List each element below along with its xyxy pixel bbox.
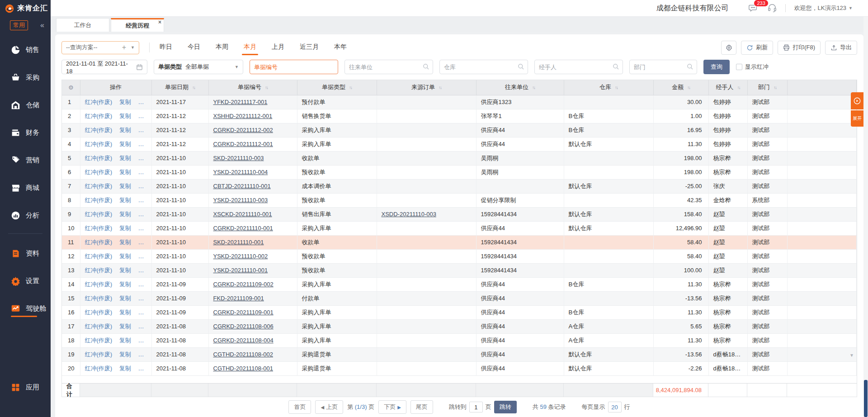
copy-link[interactable]: 复制 <box>119 365 131 372</box>
copy-link[interactable]: 复制 <box>119 169 131 175</box>
copy-link[interactable]: 复制 <box>119 211 131 218</box>
refresh-button[interactable]: 刷新 <box>741 41 773 55</box>
col-doc-type[interactable]: 单据类型↑↓ <box>297 80 377 95</box>
doc-no-link[interactable]: CGRKD-20211109-001 <box>213 309 274 316</box>
doc-no-link[interactable]: YSKD-20211110-004 <box>213 169 268 175</box>
column-settings-button[interactable] <box>721 41 736 55</box>
copy-link[interactable]: 复制 <box>119 323 131 330</box>
table-settings-gear-icon[interactable]: ⚙ <box>62 80 80 95</box>
shortcut-this-year[interactable]: 本年 <box>334 43 347 52</box>
sidebar-item-analysis[interactable]: 分析 <box>0 206 51 225</box>
table-scroll-down-icon[interactable]: ▼ <box>849 353 854 358</box>
next-page-button[interactable]: 下页▶ <box>378 400 406 414</box>
message-icon[interactable]: 233 <box>748 3 758 13</box>
copy-link[interactable]: 复制 <box>119 295 131 302</box>
col-doc-no[interactable]: 单据编号↑↓ <box>208 80 297 95</box>
remark-link[interactable]: 备注 <box>138 197 150 204</box>
reverse-void-link[interactable]: 红冲(作废) <box>85 127 113 133</box>
sort-icon[interactable]: ↑↓ <box>687 85 690 90</box>
print-button[interactable]: 打印(F8) <box>778 41 821 55</box>
copy-link[interactable]: 复制 <box>119 225 131 232</box>
tab-close-icon[interactable]: × <box>158 19 161 25</box>
col-amount[interactable]: 金额↑↓ <box>653 80 708 95</box>
jump-button[interactable]: 跳转 <box>494 401 517 413</box>
doc-no-link[interactable]: YSKD-20211110-003 <box>213 197 268 204</box>
sidebar-item-sales[interactable]: 销售 <box>0 40 51 59</box>
sort-icon[interactable]: ↑↓ <box>439 85 441 90</box>
reverse-void-link[interactable]: 红冲(作废) <box>85 113 113 119</box>
copy-link[interactable]: 复制 <box>119 99 131 105</box>
reverse-void-link[interactable]: 红冲(作废) <box>85 225 113 232</box>
per-page-input[interactable] <box>608 402 622 412</box>
remark-link[interactable]: 备注 <box>138 365 150 372</box>
remark-link[interactable]: 备注 <box>138 267 150 274</box>
last-page-button[interactable]: 尾页 <box>410 400 433 414</box>
sort-icon[interactable]: ↑↓ <box>615 85 618 90</box>
tab-workbench[interactable]: 工作台 <box>56 18 109 32</box>
expand-tab[interactable]: 展开 <box>851 110 863 127</box>
remark-link[interactable]: 备注 <box>138 99 150 105</box>
reverse-void-link[interactable]: 红冲(作废) <box>85 183 113 190</box>
user-menu[interactable]: 欢迎您，LK演示123 ▼ <box>794 4 853 12</box>
copy-link[interactable]: 复制 <box>119 267 131 274</box>
remark-link[interactable]: 备注 <box>138 211 150 218</box>
search-button[interactable]: 查询 <box>703 60 730 74</box>
reverse-void-link[interactable]: 红冲(作废) <box>85 337 113 344</box>
doc-no-link[interactable]: CGTHD-20211108-002 <box>213 351 273 358</box>
doc-no-link[interactable]: CGRKD-20211112-001 <box>213 141 273 147</box>
headset-icon[interactable] <box>767 3 777 13</box>
col-department[interactable]: 部门↑↓ <box>747 80 787 95</box>
handler-input[interactable] <box>534 60 623 74</box>
reverse-void-link[interactable]: 红冲(作废) <box>85 365 113 372</box>
sort-icon[interactable]: ↑↓ <box>349 85 352 90</box>
doc-no-link[interactable]: CGRKD-20211108-006 <box>213 323 274 330</box>
doc-no-link[interactable]: CGRKD-20211110-001 <box>213 225 273 232</box>
reverse-void-link[interactable]: 红冲(作废) <box>85 267 113 274</box>
sort-icon[interactable]: ↑↓ <box>774 85 776 90</box>
sort-icon[interactable]: ↑↓ <box>192 85 195 90</box>
remark-link[interactable]: 备注 <box>138 337 150 344</box>
sidebar-item-settings[interactable]: 设置 <box>0 271 51 290</box>
jump-page-input[interactable] <box>469 402 483 412</box>
sidebar-item-apps[interactable]: 应用 <box>0 378 51 397</box>
remark-link[interactable]: 备注 <box>138 225 150 232</box>
doc-no-link[interactable]: CGRKD-20211112-002 <box>213 127 273 133</box>
remark-link[interactable]: 备注 <box>138 183 150 190</box>
remark-link[interactable]: 备注 <box>138 141 150 147</box>
doc-no-input[interactable] <box>250 60 338 74</box>
reverse-void-link[interactable]: 红冲(作废) <box>85 281 113 288</box>
page-scrollbar[interactable] <box>863 17 868 417</box>
col-handler[interactable]: 经手人↑↓ <box>708 80 747 95</box>
sort-icon[interactable]: ↑↓ <box>737 85 740 90</box>
doc-no-link[interactable]: YSKD-20211110-002 <box>213 253 268 260</box>
remark-link[interactable]: 备注 <box>138 113 150 119</box>
col-source-order[interactable]: 来源订单↑↓ <box>377 80 476 95</box>
sort-icon[interactable]: ↑↓ <box>265 85 268 90</box>
shortcut-yesterday[interactable]: 昨日 <box>160 43 172 52</box>
pinned-tab-common[interactable]: 常用 <box>10 20 28 30</box>
col-partner[interactable]: 往来单位↑↓ <box>476 80 564 95</box>
checkbox-icon[interactable] <box>736 64 742 70</box>
remark-link[interactable]: 备注 <box>138 309 150 316</box>
query-plan-select[interactable]: --查询方案-- + ▼ <box>61 41 139 54</box>
copy-link[interactable]: 复制 <box>119 351 131 358</box>
sidebar-item-marketing[interactable]: 营销 <box>0 151 51 170</box>
copy-link[interactable]: 复制 <box>119 239 131 246</box>
doc-no-link[interactable]: XSHHD-20211112-001 <box>213 113 273 119</box>
remark-link[interactable]: 备注 <box>138 351 150 358</box>
date-range-picker[interactable]: 2021-11-01 至 2021-11-18 <box>61 60 147 74</box>
remark-link[interactable]: 备注 <box>138 169 150 175</box>
shortcut-this-week[interactable]: 本周 <box>216 43 228 52</box>
sidebar-item-warehouse[interactable]: 仓储 <box>0 95 51 114</box>
remark-link[interactable]: 备注 <box>138 155 150 161</box>
doc-type-select[interactable]: 单据类型 全部单据 ▼ <box>154 60 243 74</box>
reverse-void-link[interactable]: 红冲(作废) <box>85 211 113 218</box>
copy-link[interactable]: 复制 <box>119 309 131 316</box>
first-page-button[interactable]: 首页 <box>288 400 311 414</box>
remark-link[interactable]: 备注 <box>138 323 150 330</box>
reverse-void-link[interactable]: 红冲(作废) <box>85 295 113 302</box>
doc-no-link[interactable]: XSCKD-20211110-001 <box>213 211 272 218</box>
shortcut-last-month[interactable]: 上月 <box>272 43 284 52</box>
sidebar-item-finance[interactable]: 财务 <box>0 123 51 142</box>
reverse-void-link[interactable]: 红冲(作废) <box>85 197 113 204</box>
